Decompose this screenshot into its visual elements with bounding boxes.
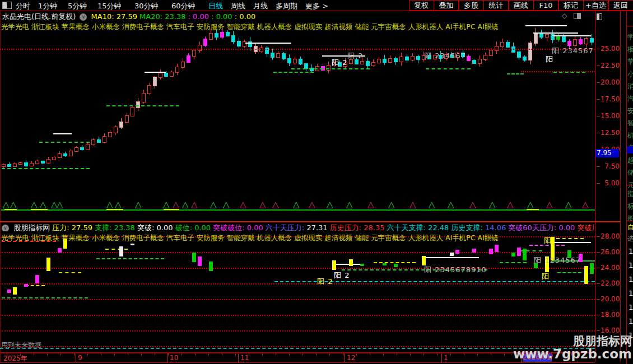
signal-triangle: △ [3, 200, 10, 209]
chart-line [0, 348, 595, 349]
candle-body [579, 39, 583, 44]
strip-char: 苹 [627, 57, 633, 67]
signal-triangle: △ [10, 200, 17, 209]
timeline-tick [222, 353, 222, 356]
collapse-chevron-icon[interactable]: ∨ [2, 225, 9, 231]
candle-body [405, 57, 409, 60]
toolbar-button-多股[interactable]: 多股 [459, 0, 484, 11]
period-tab-1分钟[interactable]: 1分钟 [38, 1, 57, 11]
chart-line [4, 209, 17, 210]
candle-body [125, 115, 129, 123]
period-tab-多周期[interactable]: 多周期 [276, 1, 297, 11]
chart-line [2, 315, 595, 316]
candle-body [360, 61, 364, 65]
candle-body [467, 56, 471, 61]
period-tab-日线[interactable]: 日线 [208, 1, 223, 11]
strip-char: 储 [627, 168, 633, 178]
signal-triangle: △ [57, 200, 63, 209]
axis-tick [597, 268, 600, 268]
main-concept-tags: 光学光电 浙江板块 苹果概念 小米概念 消费电子概念 汽车电子 安防服务 智能穿… [1, 22, 594, 32]
toolbar-button-画线[interactable]: 画线 [509, 0, 534, 11]
main-axis-label: 7.50 [601, 162, 620, 170]
toolbar-button-F10[interactable]: F10 [533, 0, 558, 11]
candle-body [52, 157, 56, 160]
strip-char: 消 [627, 82, 633, 91]
timeline-tick [383, 353, 384, 356]
candle-body [7, 164, 11, 166]
chart-line [557, 272, 581, 273]
indicator-value: 27.59 [72, 223, 92, 231]
indicator-value: 0.00 [194, 223, 211, 231]
strip-char: 汽 [627, 94, 633, 104]
collapse-chevron-icon[interactable]: ∨ [80, 13, 87, 21]
indicator-label: 历史压力: [328, 223, 364, 231]
chart-line [334, 264, 363, 265]
chart-line [2, 297, 88, 298]
toolbar-button-自选[interactable]: +自选 [583, 0, 608, 11]
split-pane-icon[interactable] [574, 13, 581, 19]
window-layout-icon[interactable] [2, 2, 12, 9]
signal-label: 阳 2 [332, 58, 347, 68]
toolbar-button-复权[interactable]: 复权 [409, 0, 434, 11]
right-sidebar-strip[interactable]: 学板苹小消汽安智机虚超储元指标图自选1111111 [626, 11, 633, 364]
candle-body [203, 39, 207, 46]
indicator-bar [489, 249, 493, 254]
main-axis-label: 5.00 [601, 179, 620, 187]
period-tab-更多[interactable]: 更多 > [305, 1, 328, 11]
timeline-tick [370, 353, 370, 356]
candle-body [472, 60, 476, 64]
indicator-bar [517, 248, 521, 256]
period-tab-周线[interactable]: 周线 [231, 1, 245, 11]
timeline[interactable]: 2025年910111212026/01/ [0, 353, 595, 363]
toolbar-button-返回[interactable]: 返回 [608, 0, 633, 11]
indicator-bar [584, 266, 588, 284]
indicator-bar [394, 264, 398, 267]
main-axis-label: 17.50 [601, 95, 620, 103]
period-tab-5分钟[interactable]: 5分钟 [68, 1, 87, 11]
chart-line [2, 283, 595, 284]
candle-body [58, 153, 62, 158]
signal-triangle: △ [507, 200, 514, 209]
timeline-label: 12 [347, 354, 355, 362]
period-tab-分时[interactable]: 分时 [16, 1, 30, 11]
period-tab-月线[interactable]: 月线 [253, 1, 268, 11]
candle-body [192, 50, 196, 57]
indicator-bar [450, 253, 454, 256]
chart-line [25, 285, 45, 286]
toolbar-button-统计[interactable]: 统计 [483, 0, 509, 11]
diamond-icon[interactable]: ◇ [562, 12, 567, 20]
signal-triangle: △ [173, 200, 179, 209]
timeline-separator [345, 353, 345, 362]
candle-body [108, 132, 112, 137]
period-tab-60分钟[interactable]: 60分钟 [171, 1, 196, 11]
axis-tick [597, 66, 600, 66]
toolbar-button-标记[interactable]: 标记 [558, 0, 584, 11]
indicator-bar [472, 249, 476, 253]
timeline-separator [167, 353, 168, 362]
candle-body [46, 159, 50, 164]
signal-triangle: △ [367, 200, 374, 209]
indicator-bar [455, 250, 459, 254]
indicator-label: 历史支撑: [449, 223, 485, 231]
candle-body [198, 45, 202, 52]
timeline-separator [76, 353, 76, 362]
signal-triangle: △ [546, 200, 553, 209]
candle-body [237, 41, 241, 46]
axis-tick [597, 252, 600, 253]
indicator-axis-label: 18.00 [601, 311, 620, 319]
indicator-bar [131, 244, 134, 245]
indicator-axis-label: 26.00 [601, 248, 620, 256]
period-tab-30分钟[interactable]: 30分钟 [134, 1, 159, 11]
candle-body [517, 52, 521, 58]
chart-line [426, 68, 471, 69]
chart-line [2, 252, 595, 253]
toolbar-button-叠加[interactable]: 叠加 [434, 0, 459, 11]
mini-panel-icon[interactable] [597, 13, 602, 20]
signal-triangle: △ [272, 200, 279, 209]
period-tab-15分钟[interactable]: 15分钟 [97, 1, 122, 11]
chart-line [2, 346, 595, 347]
candle-body [97, 139, 101, 143]
signal-label: 阳 2 [317, 277, 333, 287]
timeline-tick [491, 353, 491, 356]
strip-tab-self-select[interactable]: 自 [627, 223, 633, 232]
